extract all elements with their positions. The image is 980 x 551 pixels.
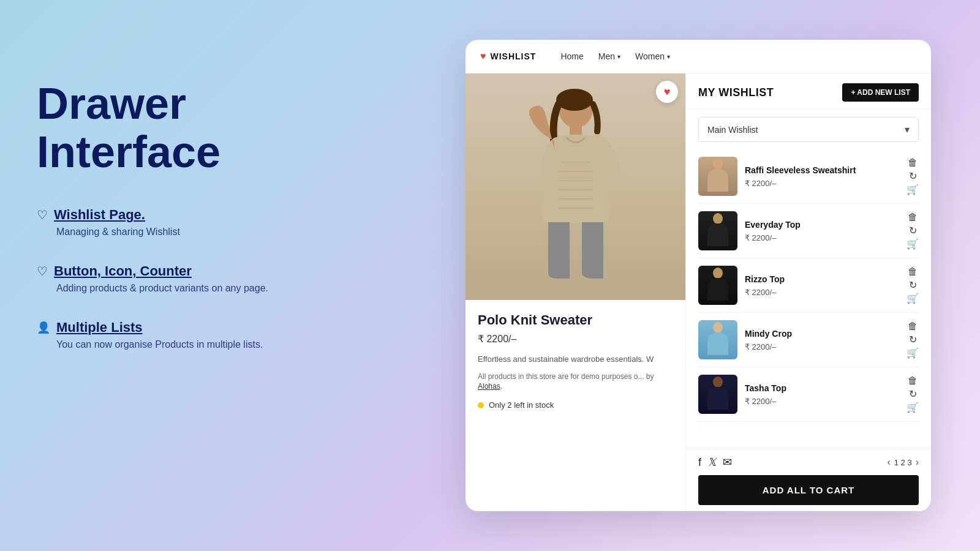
wishlist-toggle-button[interactable]: ♥ [656,81,678,103]
logo-text: WISHLIST [491,51,537,61]
item-thumbnail-1 [698,157,737,196]
product-name: Polo Knit Sweater [478,312,673,328]
nav-women[interactable]: Women ▾ [635,51,670,61]
item-actions-4: 🗑 ↻ 🛒 [907,376,919,413]
item-info-3: Rizzo Top ₹ 2200/– [745,274,899,297]
feature-title-0[interactable]: Wishlist Page. [54,207,145,223]
product-info: Polo Knit Sweater ₹ 2200/– Effortless an… [466,300,685,422]
cart-icon[interactable]: 🛒 [907,348,919,358]
delete-icon[interactable]: 🗑 [908,376,918,386]
cart-icon[interactable]: 🛒 [907,294,919,304]
facebook-icon[interactable]: f [698,456,701,469]
alohas-link[interactable]: Alohas [478,382,500,391]
refresh-icon[interactable]: ↻ [909,226,917,236]
item-actions-3: 🗑 ↻ 🛒 [907,321,919,358]
feature-desc-1: Adding products & product variants on an… [56,283,355,294]
cart-icon[interactable]: 🛒 [907,239,919,249]
wishlist-dropdown[interactable]: Main Wishlist ▾ [698,117,919,142]
wishlist-items: Raffi Sleeveless Sweatshirt ₹ 2200/– 🗑 ↻… [686,149,931,449]
list-item: Everyday Top ₹ 2200/– 🗑 ↻ 🛒 [698,204,919,258]
nav-links: Home Men ▾ Women ▾ [560,51,916,61]
delete-icon[interactable]: 🗑 [908,267,918,277]
prev-page-button[interactable]: ‹ [887,457,890,468]
item-name-4: Tasha Top [745,383,899,393]
svg-point-9 [713,159,723,170]
thumb-svg-5 [703,376,733,413]
svg-point-12 [713,322,723,333]
feature-wishlist-page: ♡ Wishlist Page. Managing & sharing Wish… [37,207,355,238]
product-demo-note: All products in this store are for demo … [478,372,673,392]
page-numbers: 1 2 3 [894,458,912,467]
wishlist-header: MY WISHLIST + ADD NEW LIST [686,73,931,110]
product-image-svg [508,83,643,291]
item-price-0: ₹ 2200/– [745,179,899,188]
heart-icon-2: ♡ [37,264,48,279]
cart-icon[interactable]: 🛒 [907,403,919,413]
item-info-1: Raffi Sleeveless Sweatshirt ₹ 2200/– [745,165,899,188]
feature-multiple-lists: 👤 Multiple Lists You can now organise Pr… [37,320,355,350]
svg-point-1 [556,89,593,111]
wishlist-footer: f 𝕏 ✉ ‹ 1 2 3 › ADD ALL TO CART [686,449,931,511]
add-all-to-cart-button[interactable]: ADD ALL TO CART [698,475,919,505]
svg-point-13 [713,377,723,388]
item-actions-2: 🗑 ↻ 🛒 [907,267,919,304]
twitter-icon[interactable]: 𝕏 [707,455,717,469]
thumb-svg-1 [703,158,733,195]
delete-icon[interactable]: 🗑 [908,158,918,168]
list-item: Rizzo Top ₹ 2200/– 🗑 ↻ 🛒 [698,258,919,313]
nav-men[interactable]: Men ▾ [598,51,620,61]
women-caret-icon: ▾ [667,53,670,60]
product-price: ₹ 2200/– [478,333,673,345]
feature-title-2[interactable]: Multiple Lists [56,320,143,335]
product-description: Effortless and sustainable wardrobe esse… [478,353,673,365]
item-name-0: Raffi Sleeveless Sweatshirt [745,165,899,175]
svg-point-10 [713,213,723,224]
refresh-icon[interactable]: ↻ [909,171,917,181]
wishlist-title: MY WISHLIST [698,86,774,99]
pagination: ‹ 1 2 3 › [887,457,919,468]
item-price-4: ₹ 2200/– [745,397,899,406]
feature-button-icon: ♡ Button, Icon, Counter Adding products … [37,263,355,294]
main-card: ♥ WISHLIST Home Men ▾ Women ▾ [466,40,931,511]
logo: ♥ WISHLIST [480,51,536,62]
feature-desc-2: You can now organise Products in multipl… [56,339,355,350]
delete-icon[interactable]: 🗑 [908,321,918,331]
item-info-4: Mindy Crop ₹ 2200/– [745,329,899,351]
wishlist-dropdown-label: Main Wishlist [707,125,758,135]
next-page-button[interactable]: › [916,457,919,468]
product-image-bg [466,73,685,300]
add-new-list-button[interactable]: + ADD NEW LIST [842,83,919,102]
list-item: Mindy Crop ₹ 2200/– 🗑 ↻ 🛒 [698,313,919,367]
item-name-1: Everyday Top [745,220,899,230]
refresh-icon[interactable]: ↻ [909,389,917,399]
item-thumbnail-4 [698,320,737,359]
email-icon[interactable]: ✉ [723,455,732,469]
dropdown-caret-icon: ▾ [905,124,910,135]
logo-heart-icon: ♥ [480,51,487,62]
delete-icon[interactable]: 🗑 [908,212,918,222]
left-panel: Drawer Interface ♡ Wishlist Page. Managi… [37,80,355,376]
nav-home[interactable]: Home [560,51,583,61]
refresh-icon[interactable]: ↻ [909,280,917,290]
item-actions-1: 🗑 ↻ 🛒 [907,212,919,249]
item-name-2: Rizzo Top [745,274,899,284]
stock-dot-icon [478,402,484,408]
feature-title-1[interactable]: Button, Icon, Counter [54,263,192,279]
stock-indicator: Only 2 left in stock [478,400,673,410]
thumb-svg-2 [703,212,733,249]
heart-icon: ♡ [37,208,48,222]
product-section: ♥ Polo Knit Sweater ₹ 2200/– Effortless … [466,73,686,511]
item-price-2: ₹ 2200/– [745,288,899,297]
item-thumbnail-5 [698,375,737,414]
item-price-1: ₹ 2200/– [745,233,899,242]
refresh-icon[interactable]: ↻ [909,335,917,345]
stock-text: Only 2 left in stock [489,400,554,410]
page-title: Drawer Interface [37,80,355,176]
feature-desc-0: Managing & sharing Wishlist [56,227,355,238]
cart-icon[interactable]: 🛒 [907,185,919,195]
content-split: ♥ Polo Knit Sweater ₹ 2200/– Effortless … [466,73,931,511]
item-price-3: ₹ 2200/– [745,342,899,351]
thumb-svg-4 [703,321,733,358]
item-thumbnail-2 [698,211,737,250]
item-name-3: Mindy Crop [745,329,899,339]
